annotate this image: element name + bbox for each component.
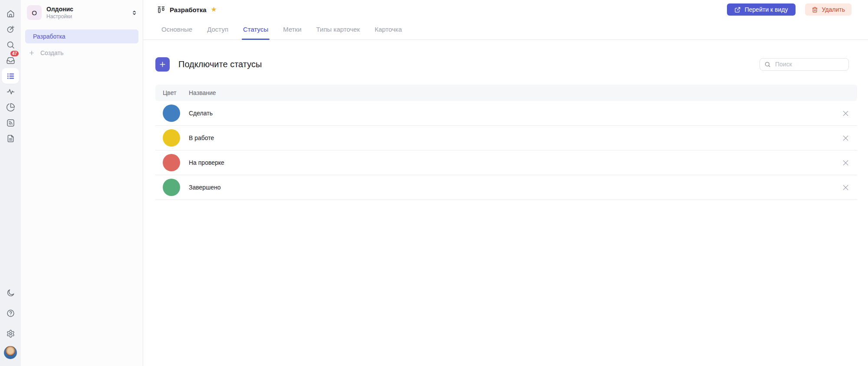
tab-tipy-kartochek[interactable]: Типы карточек <box>316 19 360 39</box>
column-header-color: Цвет <box>155 89 189 96</box>
help-icon[interactable] <box>2 305 19 321</box>
table-rows: Сделать В работе На проверке Завершено <box>155 101 857 200</box>
create-button[interactable]: Создать <box>21 46 143 60</box>
workspace-name: Олдонис <box>46 6 73 13</box>
delete-label: Удалить <box>822 6 845 13</box>
external-link-icon <box>734 7 741 13</box>
sidebar-item-razrabotka[interactable]: Разработка <box>25 29 138 43</box>
content: Подключите статусы Цвет Название Сделать <box>143 40 868 200</box>
board-icon <box>157 5 166 14</box>
tab-metki[interactable]: Метки <box>283 19 301 39</box>
tabs: ОсновныеДоступСтатусыМеткиТипы карточекК… <box>143 19 868 40</box>
goto-view-button[interactable]: Перейти к виду <box>727 3 796 16</box>
favorite-star-icon[interactable]: ★ <box>211 6 217 13</box>
status-color-dot[interactable] <box>163 129 180 147</box>
search-input[interactable] <box>774 60 844 68</box>
status-color-cell <box>155 179 189 196</box>
feed-icon[interactable] <box>2 115 19 131</box>
close-icon <box>842 183 850 192</box>
status-name: Завершено <box>189 184 221 191</box>
status-color-cell <box>155 129 189 147</box>
plus-icon <box>159 61 166 68</box>
icon-rail: 47 <box>0 0 21 366</box>
moon-icon[interactable] <box>2 285 19 301</box>
delete-button[interactable]: Удалить <box>805 3 852 16</box>
status-color-cell <box>155 105 189 122</box>
table-header: Цвет Название <box>155 85 857 101</box>
main-header: Разработка ★ Перейти к виду Удалить <box>143 0 868 19</box>
remove-status-button[interactable] <box>840 157 851 168</box>
goals-icon[interactable] <box>2 21 19 37</box>
page-title: Разработка <box>170 6 207 13</box>
statuses-table: Цвет Название Сделать В работе На провер… <box>155 85 857 200</box>
goto-view-label: Перейти к виду <box>745 6 788 13</box>
section-heading: Подключите статусы <box>178 59 262 69</box>
workspace-subtitle: Настройки <box>46 13 73 20</box>
close-icon <box>842 134 850 142</box>
search-icon <box>764 61 771 68</box>
status-row: Сделать <box>155 101 857 126</box>
content-top: Подключите статусы <box>155 52 857 76</box>
sidebar-menu: Разработка <box>21 29 143 43</box>
tab-dostup[interactable]: Доступ <box>207 19 228 39</box>
workspace-switcher[interactable]: О Олдонис Настройки <box>21 3 143 22</box>
search-box <box>760 58 849 71</box>
remove-status-button[interactable] <box>840 108 851 119</box>
create-label: Создать <box>40 49 63 56</box>
add-status-button[interactable] <box>155 57 170 72</box>
status-row: Завершено <box>155 175 857 200</box>
user-avatar-photo[interactable] <box>4 346 17 359</box>
remove-status-button[interactable] <box>840 182 851 193</box>
inbox-badge: 47 <box>10 51 19 56</box>
status-name: На проверке <box>189 159 224 166</box>
status-color-cell <box>155 154 189 171</box>
workspace-meta: Олдонис Настройки <box>46 6 73 20</box>
status-row: На проверке <box>155 150 857 175</box>
search-icon[interactable] <box>2 37 19 52</box>
gear-icon[interactable] <box>2 326 19 341</box>
app: 47 <box>0 0 868 366</box>
status-name: В работе <box>189 134 214 141</box>
document-icon[interactable] <box>2 131 19 146</box>
workspace-sidebar: О Олдонис Настройки Разработка Создать <box>21 0 143 366</box>
close-icon <box>842 159 850 167</box>
rail-bottom <box>2 285 19 359</box>
tab-statusy[interactable]: Статусы <box>243 19 268 39</box>
column-header-name: Название <box>189 89 216 96</box>
tab-kartochka[interactable]: Карточка <box>375 19 402 39</box>
inbox-icon[interactable]: 47 <box>2 52 19 68</box>
trash-icon <box>812 7 818 13</box>
lists-icon[interactable] <box>2 68 19 84</box>
header-actions: Перейти к виду Удалить <box>727 3 852 16</box>
status-name: Сделать <box>189 110 213 117</box>
status-color-dot[interactable] <box>163 154 180 171</box>
close-icon <box>842 109 850 118</box>
activity-icon[interactable] <box>2 84 19 99</box>
plus-icon <box>29 50 35 56</box>
workspace-avatar: О <box>27 5 42 20</box>
status-color-dot[interactable] <box>163 179 180 196</box>
tab-osnovnye[interactable]: Основные <box>161 19 192 39</box>
remove-status-button[interactable] <box>840 132 851 144</box>
pie-chart-icon[interactable] <box>2 99 19 115</box>
main-panel: Разработка ★ Перейти к виду Удалить Осно… <box>143 0 868 366</box>
home-icon[interactable] <box>2 6 19 21</box>
status-color-dot[interactable] <box>163 105 180 122</box>
status-row: В работе <box>155 126 857 150</box>
chevron-up-down-icon <box>131 10 138 16</box>
